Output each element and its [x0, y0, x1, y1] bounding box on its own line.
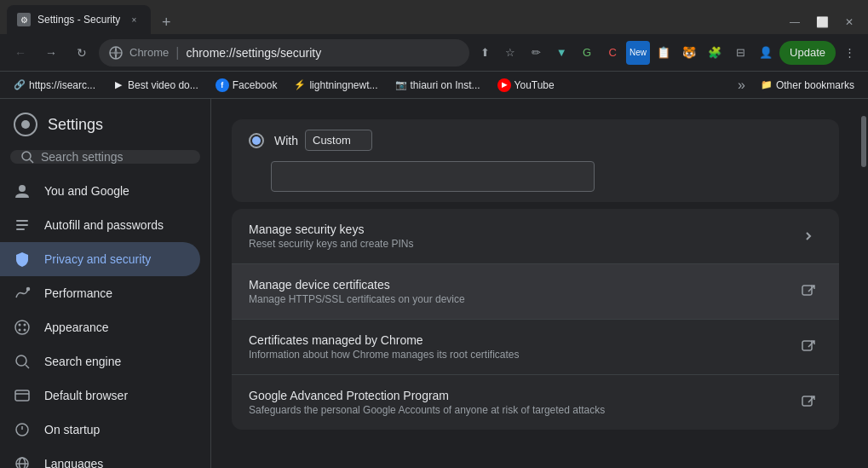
- extension-icon-new[interactable]: New: [626, 41, 650, 65]
- sidebar-item-startup-label: On startup: [44, 423, 100, 436]
- extension-icon-1[interactable]: ✏: [524, 41, 548, 65]
- svg-point-18: [16, 355, 26, 366]
- tab-bar: ⚙ Settings - Security × + — ⬜ ✕: [0, 0, 868, 34]
- bookmark-video[interactable]: ▶ Best video do...: [106, 77, 205, 94]
- sidebar-item-appearance[interactable]: Appearance: [0, 310, 200, 344]
- main-area: Settings You and Google Autofill an: [0, 99, 868, 468]
- sidebar-item-default-browser-label: Default browser: [44, 389, 128, 402]
- svg-line-7: [30, 159, 33, 163]
- maximize-button[interactable]: ⬜: [810, 10, 834, 34]
- reload-button[interactable]: ↻: [68, 39, 95, 66]
- scrollbar-thumb[interactable]: [861, 116, 866, 167]
- right-scrollbar[interactable]: [859, 99, 868, 468]
- url-scheme: Chrome: [129, 46, 169, 59]
- back-button[interactable]: ←: [7, 39, 34, 66]
- tab-favicon: ⚙: [17, 13, 31, 26]
- bookmark-instagram[interactable]: 📷 thiauri on Inst...: [388, 77, 487, 94]
- bookmark-lightning-label: lightningnewt...: [309, 79, 377, 91]
- bookmark-facebook[interactable]: f Facebook: [209, 76, 285, 95]
- bookmark-youtube[interactable]: ▶ YouTube: [491, 76, 561, 95]
- bookmark-isearc[interactable]: 🔗 https://isearc...: [7, 77, 102, 94]
- extension-icon-2[interactable]: ▼: [549, 41, 573, 65]
- tab-close-button[interactable]: ×: [127, 13, 141, 26]
- sidebar-item-appearance-label: Appearance: [44, 321, 109, 334]
- extension-icon-5[interactable]: 📋: [652, 41, 675, 65]
- default-browser-icon: [14, 387, 31, 404]
- sidebar-item-search[interactable]: Search engine: [0, 344, 200, 378]
- update-button[interactable]: Update: [779, 41, 836, 65]
- custom-dropdown[interactable]: Custom None Default: [305, 130, 372, 151]
- svg-text:⚙: ⚙: [20, 15, 28, 25]
- bookmark-icon[interactable]: ☆: [498, 41, 522, 65]
- bookmark-facebook-icon: f: [216, 78, 229, 92]
- svg-point-16: [19, 329, 21, 332]
- window-controls: — ⬜ ✕: [783, 10, 861, 34]
- sidebar-item-startup[interactable]: On startup: [0, 413, 200, 447]
- custom-text-area[interactable]: [271, 161, 595, 192]
- certs-chrome-row[interactable]: Certificates managed by Chrome Informati…: [232, 320, 839, 375]
- url-text: chrome://settings/security: [186, 46, 459, 60]
- search-settings-input[interactable]: [41, 150, 190, 164]
- active-tab[interactable]: ⚙ Settings - Security ×: [7, 5, 151, 34]
- external-link-icon-1: [795, 278, 822, 305]
- radio-with[interactable]: [249, 133, 264, 148]
- menu-button[interactable]: ⋮: [837, 41, 861, 65]
- sidebar-item-privacy[interactable]: Privacy and security: [0, 242, 200, 276]
- bookmark-other-label: Other bookmarks: [776, 79, 854, 91]
- certs-chrome-title: Certificates managed by Chrome: [249, 333, 795, 347]
- performance-icon: [14, 285, 31, 302]
- bookmarks-bar: 🔗 https://isearc... ▶ Best video do... f…: [0, 72, 868, 99]
- sidebar-item-privacy-label: Privacy and security: [44, 252, 151, 266]
- sidebar-item-default-browser[interactable]: Default browser: [0, 378, 200, 413]
- startup-icon: [14, 421, 31, 438]
- share-icon[interactable]: ⬆: [473, 41, 497, 65]
- autofill-icon: [14, 217, 31, 234]
- bookmark-youtube-icon: ▶: [497, 78, 511, 92]
- bookmark-folder-icon: 📁: [761, 79, 773, 91]
- search-icon: [14, 353, 31, 370]
- sidebar-item-autofill-label: Autofill and passwords: [44, 218, 164, 232]
- settings-title: Settings: [48, 116, 103, 134]
- account-button[interactable]: 👤: [754, 41, 778, 65]
- browser-frame: ⚙ Settings - Security × + — ⬜ ✕ ← → ↻ Ch…: [0, 0, 868, 468]
- svg-point-24: [16, 458, 28, 468]
- extension-icon-4[interactable]: C: [601, 41, 624, 65]
- bookmarks-more-button[interactable]: »: [733, 75, 750, 95]
- sidebar-item-autofill[interactable]: Autofill and passwords: [0, 208, 200, 242]
- bookmark-other[interactable]: 📁 Other bookmarks: [754, 77, 861, 94]
- chevron-right-icon: [795, 222, 822, 250]
- sidebar-item-you-google[interactable]: You and Google: [0, 174, 200, 208]
- new-tab-button[interactable]: +: [154, 10, 178, 34]
- search-settings-bar[interactable]: [10, 150, 200, 164]
- sidebar-item-languages[interactable]: Languages: [0, 447, 200, 468]
- svg-rect-11: [16, 228, 25, 230]
- extensions-button[interactable]: 🧩: [703, 41, 727, 65]
- svg-point-8: [19, 185, 26, 192]
- google-advanced-desc: Safeguards the personal Google Accounts …: [249, 404, 795, 416]
- svg-point-13: [15, 321, 29, 334]
- extension-icon-3[interactable]: G: [575, 41, 599, 65]
- palette-icon: [14, 319, 31, 336]
- forward-button[interactable]: →: [37, 39, 65, 66]
- google-advanced-row[interactable]: Google Advanced Protection Program Safeg…: [232, 375, 839, 430]
- settings-main-section: Manage security keys Reset security keys…: [232, 209, 839, 430]
- sidebar-item-performance[interactable]: Performance: [0, 276, 200, 310]
- manage-security-keys-row[interactable]: Manage security keys Reset security keys…: [232, 209, 839, 264]
- svg-point-25: [20, 458, 26, 468]
- certs-chrome-text: Certificates managed by Chrome Informati…: [249, 333, 795, 361]
- sidebar-item-performance-label: Performance: [44, 286, 112, 300]
- tab-groups-icon[interactable]: ⊟: [728, 41, 752, 65]
- custom-section: With Custom None Default: [232, 119, 839, 202]
- extension-icon-6[interactable]: 🐯: [677, 41, 701, 65]
- address-bar-favicon: [109, 46, 123, 60]
- custom-row-content: With Custom None Default: [274, 130, 372, 151]
- content-area: With Custom None Default: [211, 99, 859, 468]
- bookmark-instagram-icon: 📷: [395, 79, 407, 91]
- update-label: Update: [790, 46, 825, 59]
- toolbar-icons: ⬆ ☆ ✏ ▼ G C New 📋 🐯 🧩 ⊟ 👤 Update ⋮: [473, 41, 861, 65]
- manage-device-certs-row[interactable]: Manage device certificates Manage HTTPS/…: [232, 264, 839, 320]
- close-button[interactable]: ✕: [837, 10, 861, 34]
- minimize-button[interactable]: —: [783, 10, 807, 34]
- bookmark-lightning[interactable]: ⚡ lightningnewt...: [287, 77, 384, 94]
- address-bar[interactable]: Chrome | chrome://settings/security: [99, 39, 469, 66]
